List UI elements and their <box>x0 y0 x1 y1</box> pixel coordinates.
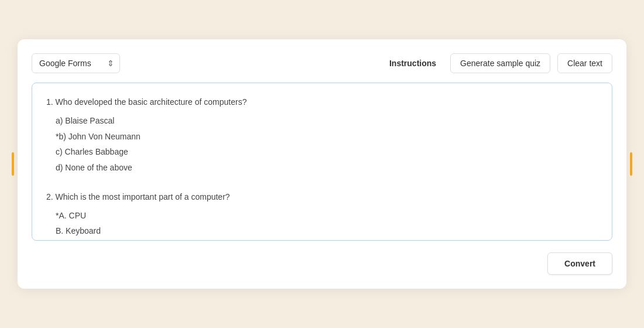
question-2-option-b: B. Keyboard <box>46 223 598 239</box>
toolbar-left: Google Forms Microsoft Forms Typeform ⇕ <box>32 53 120 73</box>
platform-select[interactable]: Google Forms Microsoft Forms Typeform <box>32 53 120 73</box>
question-1-text: 1. Who developed the basic architecture … <box>46 95 598 110</box>
right-accent <box>630 152 632 176</box>
platform-select-wrapper[interactable]: Google Forms Microsoft Forms Typeform ⇕ <box>32 53 120 73</box>
toolbar: Google Forms Microsoft Forms Typeform ⇕ … <box>32 53 612 73</box>
question-1-option-b: *b) John Von Neumann <box>46 129 598 145</box>
convert-button[interactable]: Convert <box>547 252 612 275</box>
main-card: Google Forms Microsoft Forms Typeform ⇕ … <box>18 39 626 289</box>
question-block-2: 2. Which is the most important part of a… <box>46 190 598 240</box>
generate-sample-button[interactable]: Generate sample quiz <box>450 53 550 73</box>
question-2-option-a: *A. CPU <box>46 208 598 224</box>
question-2-text: 2. Which is the most important part of a… <box>46 190 598 204</box>
text-area-container[interactable]: 1. Who developed the basic architecture … <box>32 83 612 241</box>
instructions-button[interactable]: Instructions <box>382 54 443 73</box>
text-area-content[interactable]: 1. Who developed the basic architecture … <box>32 83 612 240</box>
clear-text-button[interactable]: Clear text <box>557 53 612 73</box>
question-1-option-c: c) Charles Babbage <box>46 144 598 160</box>
left-accent <box>12 152 14 176</box>
question-2-option-c: C. Monitor <box>46 239 598 240</box>
question-1-option-d: d) None of the above <box>46 160 598 176</box>
footer: Convert <box>32 252 612 275</box>
toolbar-right: Instructions Generate sample quiz Clear … <box>382 53 612 73</box>
question-1-option-a: a) Blaise Pascal <box>46 113 598 129</box>
question-block-1: 1. Who developed the basic architecture … <box>46 95 598 176</box>
